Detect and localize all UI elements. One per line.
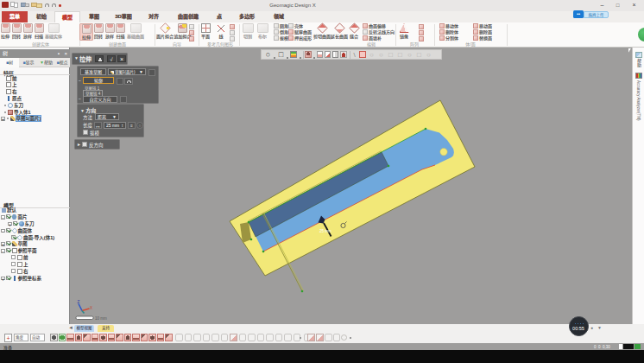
svg-text:25 mm: 25 mm [319,229,331,233]
svg-text:Z: Z [78,300,80,304]
svg-text:X: X [90,306,92,310]
svg-text:10 mm: 10 mm [95,316,107,321]
